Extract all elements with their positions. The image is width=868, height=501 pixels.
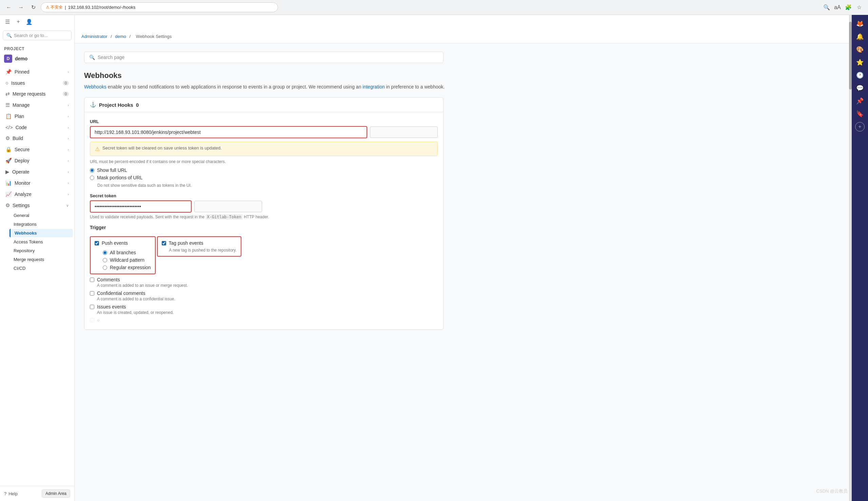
star-btn[interactable]: ☆ [855, 3, 864, 12]
sidebar-item-access-tokens[interactable]: Access Tokens [10, 238, 73, 246]
more-checkbox[interactable] [90, 318, 94, 322]
url-secondary-input[interactable] [370, 126, 438, 138]
wildcard-radio[interactable] [103, 258, 107, 262]
breadcrumb-demo[interactable]: demo [115, 34, 126, 39]
show-full-url-radio[interactable] [90, 168, 94, 172]
push-events-checkbox[interactable] [95, 241, 99, 245]
conf-comments-checkbox-label[interactable]: Confidential comments A comment is added… [90, 290, 438, 301]
back-button[interactable]: ← [4, 3, 13, 12]
sidebar-item-webhooks[interactable]: Webhooks [10, 229, 73, 237]
project-hooks-header: ⚓ Project Hooks 0 [84, 98, 443, 112]
url-row [90, 126, 438, 138]
tag-push-checkbox-label[interactable]: Tag push events [162, 240, 237, 246]
forward-button[interactable]: → [16, 3, 26, 12]
tag-push-label: Tag push events [169, 240, 203, 246]
issues-events-label: Issues events [97, 304, 173, 309]
issues-events-checkbox-label[interactable]: Issues events An issue is created, updat… [90, 304, 438, 315]
sidebar-profile-btn[interactable]: 👤 [24, 17, 34, 26]
mask-url-option[interactable]: Mask portions of URL [90, 175, 438, 180]
regex-radio[interactable] [103, 265, 107, 270]
sidebar-search[interactable]: 🔍 Search or go to... [3, 31, 72, 40]
tag-push-checkbox[interactable] [162, 241, 166, 245]
token-header-code: X-Gitlab-Token [206, 214, 243, 220]
sidebar-item-monitor[interactable]: 📊 Monitor › [1, 178, 73, 189]
sidebar-item-merge-requests[interactable]: ⇄ Merge requests 0 [1, 88, 73, 99]
refresh-button[interactable]: ↻ [29, 3, 38, 12]
sidebar-item-build[interactable]: ⚙ Build › [1, 133, 73, 144]
url-label: URL [90, 119, 438, 124]
sidebar-item-general[interactable]: General [10, 211, 73, 220]
breadcrumb: Administrator / demo / Webhook Settings [75, 30, 849, 43]
all-branches-radio[interactable] [103, 250, 107, 255]
token-input[interactable] [90, 200, 192, 213]
sidebar-item-issues[interactable]: ○ Issues 0 [1, 78, 73, 88]
url-input[interactable] [90, 126, 367, 138]
sidebar-label-access-tokens: Access Tokens [13, 239, 43, 244]
sidebar-item-analyze[interactable]: 📈 Analyze › [1, 189, 73, 200]
webhooks-link[interactable]: Webhooks [84, 84, 106, 89]
search-browser-btn[interactable]: 🔍 [822, 3, 832, 12]
sidebar-label-general: General [13, 213, 29, 218]
page-search-bar[interactable]: 🔍 Search page [84, 52, 444, 63]
comments-checkbox-label[interactable]: Comments A comment is added to an issue … [90, 277, 438, 288]
admin-area-button[interactable]: Admin Area [42, 490, 70, 498]
sidebar-label-issues: Issues [11, 80, 25, 86]
right-icon-add[interactable]: + [855, 122, 865, 131]
sidebar-item-code[interactable]: </> Code › [1, 122, 73, 132]
sidebar-item-cicd[interactable]: CI/CD [10, 264, 73, 273]
right-icon-chat[interactable]: 💬 [854, 82, 866, 94]
sidebar-label-merge: Merge requests [12, 91, 45, 97]
breadcrumb-admin[interactable]: Administrator [81, 34, 107, 39]
show-full-url-label: Show full URL [97, 168, 127, 173]
token-secondary-input[interactable] [194, 201, 262, 212]
help-button[interactable]: ? Help [4, 491, 18, 496]
all-branches-option[interactable]: All branches [103, 250, 151, 255]
sidebar-item-plan[interactable]: 📋 Plan › [1, 111, 73, 122]
push-events-label: Push events [102, 240, 128, 246]
manage-icon: ☰ [6, 102, 10, 108]
sidebar-item-repository[interactable]: Repository [10, 246, 73, 255]
breadcrumb-sep2: / [129, 34, 131, 39]
push-events-checkbox-label[interactable]: Push events [95, 240, 151, 246]
sidebar-label-operate: Operate [12, 169, 30, 174]
right-icon-time[interactable]: 🕐 [854, 69, 866, 81]
new-tab-btn[interactable]: + [13, 17, 23, 26]
right-icon-gitlab[interactable]: 🦊 [854, 18, 866, 30]
sidebar-item-deploy[interactable]: 🚀 Deploy › [1, 155, 73, 166]
sidebar-item-settings[interactable]: ⚙ Settings ∨ [1, 200, 73, 211]
sidebar-item-merge-sub[interactable]: Merge requests [10, 255, 73, 264]
sidebar-item-manage[interactable]: ☰ Manage › [1, 100, 73, 110]
branch-options: All branches Wildcard pattern Regular ex… [103, 250, 151, 270]
wildcard-label: Wildcard pattern [110, 257, 145, 263]
issues-events-checkbox[interactable] [90, 305, 94, 309]
sidebar-item-integrations[interactable]: Integrations [10, 220, 73, 228]
sidebar-item-secure[interactable]: 🔒 Secure › [1, 144, 73, 155]
translate-btn[interactable]: aA [833, 3, 842, 12]
url-separator: | [65, 5, 66, 10]
conf-comments-checkbox[interactable] [90, 291, 94, 296]
sidebar-item-operate[interactable]: ▶ Operate › [1, 167, 73, 177]
right-icon-notifications[interactable]: 🔔 [854, 31, 866, 43]
integration-link[interactable]: integration [362, 84, 384, 89]
regex-option[interactable]: Regular expression [103, 265, 151, 270]
wildcard-option[interactable]: Wildcard pattern [103, 257, 151, 263]
right-icon-bookmark[interactable]: 📌 [854, 95, 866, 107]
right-icon-tag[interactable]: 🔖 [854, 108, 866, 120]
right-icon-star[interactable]: ⭐ [854, 56, 866, 68]
chevron-operate: › [67, 170, 69, 174]
sidebar-toggle-btn[interactable]: ☰ [3, 17, 12, 26]
address-bar[interactable]: ⚠ 不安全 | 192.168.93.102/root/demo/-/hooks [41, 2, 278, 12]
operate-icon: ▶ [6, 169, 10, 175]
mask-url-radio[interactable] [90, 175, 94, 180]
scrollbar-thumb[interactable] [849, 22, 852, 89]
sidebar-search-container[interactable]: 🔍 Search or go to... [0, 29, 74, 42]
sidebar-item-pinned[interactable]: 📌 Pinned › [1, 66, 73, 77]
comments-checkbox[interactable] [90, 278, 94, 282]
scrollbar-track[interactable] [849, 15, 852, 501]
content-area: 🔍 Search page Webhooks Webhooks enable y… [75, 43, 849, 501]
show-full-url-option[interactable]: Show full URL [90, 168, 438, 173]
ext-btn[interactable]: 🧩 [844, 3, 853, 12]
right-icon-settings[interactable]: 🎨 [854, 43, 866, 56]
chevron-icon: › [67, 70, 69, 74]
page-search-placeholder: Search page [98, 55, 125, 60]
